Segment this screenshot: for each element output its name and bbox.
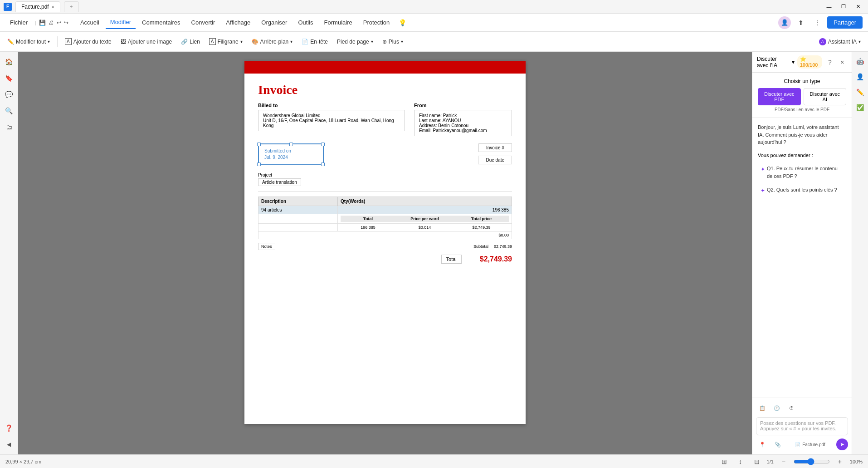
menu-commentaires[interactable]: Commentaires xyxy=(137,16,185,29)
lien-button[interactable]: 🔗 Lien xyxy=(177,36,204,47)
mini-ai-icon[interactable]: 🤖 xyxy=(854,55,866,67)
handle-tm xyxy=(289,143,293,146)
print-icon[interactable]: 🖨 xyxy=(49,20,54,26)
chevron-down-icon-panel[interactable]: ▾ xyxy=(792,59,795,65)
chat-history-icon[interactable]: 📋 xyxy=(756,402,769,414)
ajouter-texte-button[interactable]: A Ajouter du texte xyxy=(61,36,115,47)
from-address: Address: Benin-Cotonou xyxy=(419,123,507,128)
mini-check-icon[interactable]: ✅ xyxy=(854,102,866,113)
billed-to-box: Wondershare Global Limited Unit D, 16/F,… xyxy=(258,110,405,131)
chat-input-actions: 📍 📎 📄 Facture.pdf ➤ xyxy=(756,438,848,451)
zoom-in-icon[interactable]: + xyxy=(834,455,846,468)
help-icon[interactable]: ? xyxy=(825,56,834,69)
assistant-ia-button[interactable]: A Assistant IA ▾ xyxy=(815,36,864,48)
mini-pen-icon[interactable]: ✏️ xyxy=(854,86,866,98)
billed-to-section: Billed to Wondershare Global Limited Uni… xyxy=(258,103,405,136)
scroll-icon[interactable]: ↕ xyxy=(734,455,747,468)
modifier-tout-button[interactable]: ✏️ Modifier tout ▾ xyxy=(4,36,54,47)
menu-fichier[interactable]: Fichier xyxy=(5,16,32,29)
chevron-down-icon-6: ▾ xyxy=(858,39,861,44)
tab-close-button[interactable]: × xyxy=(52,5,54,10)
dimensions-label: 20,99 × 29,7 cm xyxy=(5,459,41,464)
app-tab[interactable]: Facture.pdf × xyxy=(15,1,60,12)
pied-de-page-button[interactable]: Pied de page ▾ xyxy=(333,36,377,47)
plus-button[interactable]: ⊕ Plus ▾ xyxy=(379,36,407,47)
upload-icon[interactable]: ⬆ xyxy=(795,16,807,29)
tab-title: Facture.pdf xyxy=(21,4,49,10)
date-box[interactable]: Submitted onJul. 9, 2024 xyxy=(258,143,324,165)
menu-formulaire[interactable]: Formulaire xyxy=(320,16,357,29)
menu-protection[interactable]: Protection xyxy=(359,16,395,29)
attach-icon[interactable]: 📎 xyxy=(771,438,784,451)
menu-modifier[interactable]: Modifier xyxy=(106,16,136,29)
menu-organiser[interactable]: Organiser xyxy=(257,16,292,29)
menu-convertir[interactable]: Convertir xyxy=(187,16,220,29)
close-button[interactable]: ✕ xyxy=(852,2,864,11)
undo-icon[interactable]: ↩ xyxy=(57,20,61,26)
chat-type-section: Choisir un type Discuter avecPDF Discute… xyxy=(752,73,852,118)
send-button[interactable]: ➤ xyxy=(836,438,848,450)
ai-panel-header: Discuter avec l'IA ▾ ⭐ 100/100 ? × xyxy=(752,52,852,73)
date-box-container[interactable]: Submitted onJul. 9, 2024 xyxy=(258,143,324,170)
chat-timer-icon[interactable]: ⏱ xyxy=(785,402,798,414)
lightbulb-icon[interactable]: 💡 xyxy=(396,16,409,29)
chat-input[interactable]: Posez des questions sur vos PDF. Appuyez… xyxy=(756,417,848,435)
pdf-canvas[interactable]: ⧉ Invoice Billed to Wondershare Global L… xyxy=(18,52,752,454)
redo-icon[interactable]: ↪ xyxy=(64,20,68,26)
ai-panel-close-icon[interactable]: × xyxy=(838,56,847,69)
ajouter-image-button[interactable]: 🖼 Ajouter une image xyxy=(117,36,176,47)
sidebar-search-icon[interactable]: 🔍 xyxy=(3,104,15,117)
edit-icon: ✏️ xyxy=(7,39,14,45)
arriere-plan-button[interactable]: 🎨 Arrière-plan ▾ xyxy=(248,36,297,47)
right-mini-sidebar: 🤖 👤 ✏️ ✅ xyxy=(852,52,868,454)
zoom-out-icon[interactable]: − xyxy=(777,455,790,468)
sidebar-layers-icon[interactable]: 🗂 xyxy=(3,121,15,133)
sidebar-comment-icon[interactable]: 💬 xyxy=(3,88,15,101)
price-per-word-header: Price per word xyxy=(397,217,452,221)
chat-pdf-button[interactable]: Discuter avecPDF xyxy=(758,88,801,105)
chat-ai-button[interactable]: Discuter avecAI xyxy=(804,88,847,105)
chevron-down-icon: ▾ xyxy=(48,39,50,44)
fit-icon[interactable]: ⊞ xyxy=(718,455,731,468)
mini-user-icon[interactable]: 👤 xyxy=(854,71,866,83)
app-icon: F xyxy=(4,3,12,11)
restore-button[interactable]: ❐ xyxy=(837,2,850,11)
zero-amount-cell: $0.00 xyxy=(258,232,512,239)
menu-outils[interactable]: Outils xyxy=(293,16,317,29)
title-bar-left: F Facture.pdf × + xyxy=(4,1,79,12)
suggestion-1[interactable]: ✦ Q1. Peux-tu résumer le contenu de ces … xyxy=(758,163,846,182)
partager-button[interactable]: Partager xyxy=(827,16,863,29)
more-vert-icon[interactable]: ⋮ xyxy=(811,16,824,29)
en-tete-button[interactable]: 📄 En-tête xyxy=(298,36,332,47)
menu-accueil[interactable]: Accueil xyxy=(76,16,104,29)
from-box: First name: Patrick Last name: AYANOU Ad… xyxy=(414,110,512,136)
minimize-button[interactable]: — xyxy=(823,2,835,11)
save-icon[interactable]: 💾 xyxy=(39,20,46,26)
user-avatar-icon[interactable]: 👤 xyxy=(778,16,791,29)
suggestions-label: Vous pouvez demander : xyxy=(758,152,846,159)
table-header-row: Description Qty(Words) xyxy=(258,197,512,206)
filigrane-button[interactable]: A Filigrane ▾ xyxy=(205,36,246,47)
sidebar-bookmark-icon[interactable]: 🔖 xyxy=(3,72,15,84)
suggestion-2[interactable]: ✦ Q2. Quels sont les points clés ? xyxy=(758,184,846,197)
table-row: 94 articles 196 385 xyxy=(258,206,512,214)
total-row: Total $2,749.39 xyxy=(258,255,512,264)
location-icon[interactable]: 📍 xyxy=(756,438,769,451)
title-bar-controls: — ❐ ✕ xyxy=(823,2,864,11)
sidebar-collapse-icon[interactable]: ◀ xyxy=(3,438,15,451)
new-tab-button[interactable]: + xyxy=(64,1,79,12)
menu-bar: Fichier | 💾 🖨 ↩ ↪ Accueil Modifier Comme… xyxy=(0,14,868,32)
from-lastname: Last name: AYANOU xyxy=(419,118,507,123)
menu-affichage[interactable]: Affichage xyxy=(221,16,255,29)
handle-tl xyxy=(257,143,261,146)
sidebar-help-icon[interactable]: ❓ xyxy=(3,422,15,434)
from-email: Email: Patrickayanou@gmail.com xyxy=(419,128,507,133)
articles-cell: 94 articles xyxy=(258,206,338,214)
zoom-slider[interactable] xyxy=(794,458,830,465)
pdf-link-subtitle: PDF/Sans lien avec le PDF xyxy=(758,107,846,112)
chat-clock-icon[interactable]: 🕐 xyxy=(770,402,783,414)
page-info: 1/1 xyxy=(767,459,774,464)
total-price-header: Total price xyxy=(454,217,509,221)
sidebar-home-icon[interactable]: 🏠 xyxy=(3,55,15,68)
layout-icon[interactable]: ⊟ xyxy=(751,455,763,468)
